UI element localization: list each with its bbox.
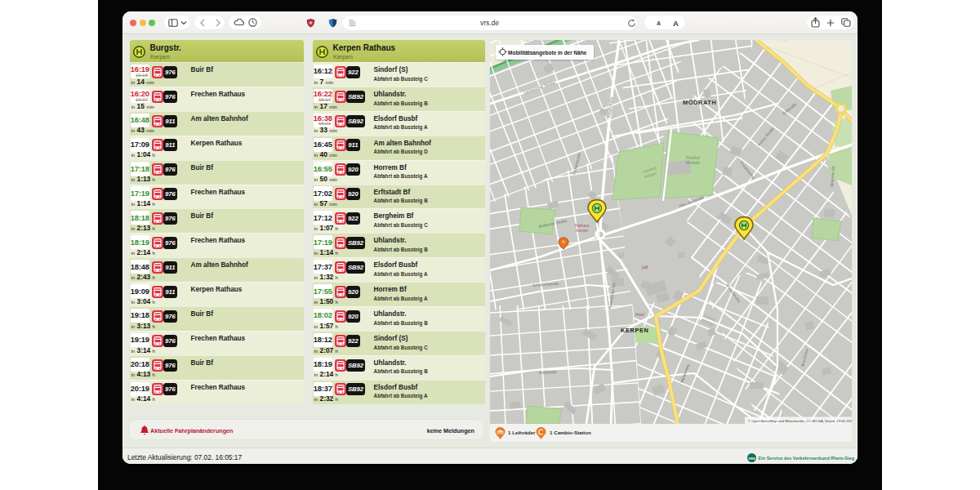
svg-text:Rathaus: Rathaus	[575, 224, 590, 228]
svg-text:Friedhof: Friedhof	[686, 156, 701, 160]
svg-text:© OpenStreetMap und Mitwirkend: © OpenStreetMap und Mitwirkende, CC-BY-S…	[748, 418, 852, 422]
svg-text:Kerpen: Kerpen	[576, 229, 589, 233]
svg-text:KERPEN: KERPEN	[621, 327, 648, 334]
svg-text:Lidl: Lidl	[642, 265, 648, 270]
svg-text:Hotel: Hotel	[635, 313, 644, 317]
svg-text:MÖDRATH: MÖDRATH	[683, 99, 716, 106]
svg-text:VRS: VRS	[748, 457, 755, 461]
svg-text:Mödrath: Mödrath	[686, 161, 700, 165]
